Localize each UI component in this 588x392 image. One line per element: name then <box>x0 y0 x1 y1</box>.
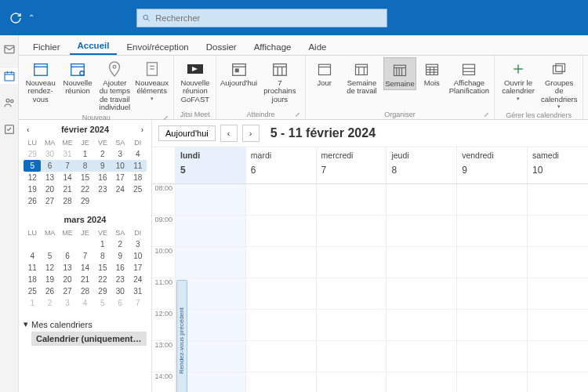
mini-day[interactable]: 25 <box>129 183 147 195</box>
mini-day[interactable]: 14 <box>59 172 76 183</box>
mini-day[interactable]: 10 <box>129 250 147 262</box>
mini-day[interactable]: 29 <box>24 148 41 160</box>
time-slot[interactable] <box>246 184 316 216</box>
mini-day[interactable]: 31 <box>59 148 76 160</box>
mini-day[interactable]: 27 <box>41 195 58 207</box>
mini-day[interactable]: 1 <box>24 297 41 309</box>
time-slot[interactable] <box>387 310 456 341</box>
time-slot[interactable] <box>246 216 316 247</box>
overflow-icon[interactable]: ⌃ <box>28 13 34 22</box>
ribbon-button[interactable]: Nouveau rendez-vous <box>22 57 59 105</box>
mini-day[interactable]: 10 <box>111 160 129 172</box>
mini-day[interactable]: 3 <box>111 148 129 160</box>
ribbon-button[interactable]: Semaine <box>383 57 416 90</box>
mini-day[interactable] <box>59 238 76 250</box>
time-slot[interactable] <box>457 184 527 216</box>
time-slot[interactable] <box>317 278 387 310</box>
mini-day[interactable]: 13 <box>41 172 58 183</box>
time-slot[interactable] <box>246 341 316 372</box>
mini-day[interactable]: 4 <box>76 297 93 309</box>
prev-month-button[interactable]: ‹ <box>24 125 32 134</box>
day-column[interactable] <box>457 184 528 392</box>
tab-affichage[interactable]: Affichage <box>246 39 299 55</box>
mini-day[interactable]: 6 <box>111 297 129 309</box>
mini-day[interactable]: 26 <box>24 195 41 207</box>
ribbon-button[interactable]: Jour <box>309 57 340 89</box>
day-column[interactable]: Rendez-vous précédent <box>176 184 246 392</box>
mini-day[interactable] <box>41 238 58 250</box>
ribbon-button[interactable]: Nouvelle réunion GoFAST <box>177 57 212 105</box>
time-slot[interactable] <box>528 372 588 392</box>
mini-day[interactable]: 18 <box>24 274 41 285</box>
mini-day[interactable] <box>24 238 41 250</box>
time-slot[interactable] <box>457 341 527 372</box>
mini-day[interactable]: 1 <box>94 238 111 250</box>
mini-day[interactable]: 20 <box>59 274 76 285</box>
sync-icon[interactable] <box>8 10 24 26</box>
ribbon-button[interactable]: Mois <box>416 57 448 89</box>
time-slot[interactable] <box>528 216 588 247</box>
ribbon-button[interactable]: Affichage Planification <box>448 57 491 97</box>
time-slot[interactable] <box>317 372 387 392</box>
time-slot[interactable] <box>317 216 387 247</box>
time-slot[interactable] <box>387 278 456 310</box>
mini-day[interactable]: 5 <box>94 297 111 309</box>
time-slot[interactable] <box>457 216 527 247</box>
mini-day[interactable]: 12 <box>41 262 58 274</box>
mini-day[interactable]: 15 <box>76 172 93 183</box>
day-header[interactable]: lundi5 <box>176 147 246 183</box>
mini-day[interactable]: 14 <box>76 262 93 274</box>
mini-day[interactable]: 2 <box>111 238 129 250</box>
mini-day[interactable]: 16 <box>111 262 129 274</box>
mini-day[interactable]: 31 <box>129 285 147 297</box>
mini-day[interactable]: 6 <box>59 250 76 262</box>
time-slot[interactable] <box>246 278 316 310</box>
time-slot[interactable] <box>528 247 588 278</box>
mini-day[interactable]: 22 <box>76 183 93 195</box>
time-slot[interactable] <box>317 341 387 372</box>
day-column[interactable] <box>387 184 457 392</box>
mini-day[interactable]: 11 <box>24 262 41 274</box>
mini-day[interactable]: 24 <box>129 274 147 285</box>
mini-day[interactable]: 22 <box>94 274 111 285</box>
mini-day[interactable]: 21 <box>59 183 76 195</box>
day-column[interactable] <box>528 184 588 392</box>
time-slot[interactable] <box>317 310 387 341</box>
next-month-button[interactable]: › <box>138 125 147 134</box>
ribbon-button[interactable]: Aujourd'hui <box>220 57 257 89</box>
mini-day[interactable]: 18 <box>129 172 147 183</box>
mini-day[interactable]: 17 <box>111 172 129 183</box>
mini-day[interactable]: 20 <box>41 183 58 195</box>
mini-day[interactable]: 7 <box>76 250 93 262</box>
ribbon-button[interactable]: Ajouter du temps de travail individuel <box>96 57 133 114</box>
mini-day[interactable]: 24 <box>111 183 129 195</box>
time-slot[interactable] <box>387 247 456 278</box>
tab-dossier[interactable]: Dossier <box>198 39 245 55</box>
mini-day[interactable] <box>129 195 147 207</box>
mini-day[interactable]: 3 <box>129 238 147 250</box>
mini-day[interactable]: 9 <box>94 160 111 172</box>
time-slot[interactable] <box>457 278 527 310</box>
time-grid[interactable]: 08:0009:0010:0011:0012:0013:0014:00Rende… <box>152 184 588 392</box>
tab-accueil[interactable]: Accueil <box>70 38 118 55</box>
mini-day[interactable]: 12 <box>24 172 41 183</box>
ribbon-button[interactable]: Nouveaux éléments▾ <box>133 57 170 103</box>
time-slot[interactable] <box>176 247 245 278</box>
mini-day[interactable]: 2 <box>94 148 111 160</box>
mini-day[interactable]: 1 <box>76 148 93 160</box>
mini-day[interactable]: 7 <box>129 297 147 309</box>
mini-day[interactable]: 23 <box>94 183 111 195</box>
mini-day[interactable]: 9 <box>111 250 129 262</box>
time-slot[interactable] <box>176 184 245 216</box>
mini-day[interactable]: 7 <box>59 160 76 172</box>
mini-day[interactable]: 29 <box>76 195 93 207</box>
mini-day[interactable]: 28 <box>59 195 76 207</box>
mini-day[interactable]: 30 <box>111 285 129 297</box>
ribbon-button[interactable]: Nouvelle réunion <box>59 57 96 97</box>
mini-day[interactable]: 8 <box>76 160 93 172</box>
calendar-tree-item[interactable]: Calendrier (uniquement cet... <box>31 332 147 346</box>
mini-day[interactable]: 27 <box>59 285 76 297</box>
mini-day[interactable]: 26 <box>41 285 58 297</box>
day-header[interactable]: samedi10 <box>528 147 588 183</box>
mini-day[interactable]: 4 <box>129 148 147 160</box>
